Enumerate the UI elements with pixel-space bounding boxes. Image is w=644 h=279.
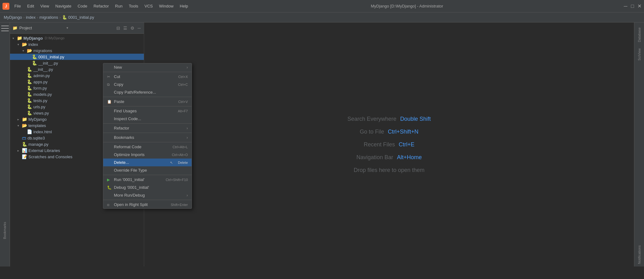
hint-search-everywhere: Search Everywhere Double Shift: [347, 116, 431, 122]
context-menu: New › ✂ Cut Ctrl+X ⧉ Copy Ctrl+C Copy Pa…: [103, 63, 192, 209]
ctx-sep6: [103, 142, 192, 142]
ctx-refactor-arrow: ›: [187, 126, 188, 130]
ctx-paste[interactable]: 📋 Paste Ctrl+V: [103, 98, 192, 105]
title-bar-left: J File Edit View Navigate Code Refactor …: [2, 2, 191, 10]
tree-item-migrations[interactable]: ▾ 📂 migrations: [10, 47, 144, 54]
hint-recent-files: Recent Files Ctrl+E: [364, 141, 415, 148]
ctx-run-icon: ▶: [107, 178, 112, 182]
menu-help[interactable]: Help: [177, 2, 191, 10]
ctx-more-run[interactable]: More Run/Debug ›: [103, 191, 192, 199]
ctx-reformat-label: Reformat Code: [114, 144, 170, 149]
ctx-new-label: New: [114, 65, 187, 70]
breadcrumb-mydj[interactable]: MyDjango: [4, 15, 22, 20]
ctx-bookmarks-label: Bookmarks: [114, 135, 187, 140]
ctx-run[interactable]: ▶ Run '0001_initial' Ctrl+Shift+F10: [103, 176, 192, 184]
ctx-sep3: [103, 106, 192, 106]
menu-code[interactable]: Code: [75, 2, 90, 10]
ctx-bookmarks[interactable]: Bookmarks ›: [103, 134, 192, 141]
tree-item-mydj[interactable]: ▾ 📁 MyDjango D:\MyDjango: [10, 35, 144, 41]
app-icon: J: [2, 3, 9, 10]
ctx-find-usages[interactable]: Find Usages Alt+F7: [103, 107, 192, 115]
menu-refactor[interactable]: Refactor: [91, 2, 111, 10]
breadcrumb-sep1: ›: [23, 15, 25, 20]
tree-item-index[interactable]: ▾ 📂 index: [10, 41, 144, 47]
ctx-cut-shortcut: Ctrl+X: [178, 75, 188, 79]
project-title: Project: [19, 26, 63, 30]
window-controls: ─ □ ✕: [623, 4, 642, 8]
menu-bar: File Edit View Navigate Code Refactor Ru…: [12, 2, 191, 10]
ctx-sep7: [103, 175, 192, 175]
expand-icon[interactable]: ☰: [123, 25, 128, 31]
ctx-reformat[interactable]: Reformat Code Ctrl+Alt+L: [103, 143, 192, 151]
ctx-optimize[interactable]: Optimize Imports Ctrl+Alt+O: [103, 151, 192, 159]
ctx-inspect-label: Inspect Code...: [114, 116, 188, 121]
breadcrumb-file[interactable]: 🐍 0001_initial.py: [62, 15, 94, 20]
ctx-inspect[interactable]: Inspect Code...: [103, 115, 192, 123]
ctx-copy-path[interactable]: Copy Path/Reference...: [103, 88, 192, 96]
ctx-optimize-label: Optimize Imports: [114, 152, 169, 157]
ctx-copy[interactable]: ⧉ Copy Ctrl+C: [103, 81, 192, 88]
project-header: 📁 Project ▾ ⊟ ☰ ⚙ ─: [10, 22, 144, 34]
ctx-new[interactable]: New ›: [103, 63, 192, 71]
menu-navigate[interactable]: Navigate: [53, 2, 74, 10]
breadcrumb-sep2: ›: [37, 15, 38, 20]
menu-tools[interactable]: Tools: [126, 2, 141, 10]
window-title: MyDjango [D:\MyDjango] - Administrator: [371, 4, 443, 8]
ctx-cut[interactable]: ✂ Cut Ctrl+X: [103, 73, 192, 81]
menu-window[interactable]: Window: [157, 2, 176, 10]
ctx-cut-label: Cut: [114, 74, 176, 79]
ctx-more-run-arrow: ›: [187, 193, 188, 198]
ctx-sep8: [103, 200, 192, 200]
sidebar-database[interactable]: Database: [637, 25, 642, 45]
ctx-override-label: Override File Type: [114, 168, 188, 173]
ctx-sep1: [103, 72, 192, 72]
ctx-refactor-label: Refactor: [114, 126, 187, 130]
menu-vcs[interactable]: VCS: [142, 2, 155, 10]
ctx-delete[interactable]: Delete... Delete ↖: [103, 159, 192, 166]
ctx-reformat-shortcut: Ctrl+Alt+L: [173, 145, 188, 149]
ctx-debug[interactable]: 🐛 Debug '0001_initial': [103, 184, 192, 191]
hint-goto-file: Go to File Ctrl+Shift+N: [360, 129, 418, 135]
ctx-copy-label: Copy: [114, 82, 176, 87]
ctx-sep2: [103, 97, 192, 97]
ctx-refactor[interactable]: Refactor ›: [103, 124, 192, 132]
hide-panel-icon[interactable]: ─: [137, 25, 141, 31]
tree-item-0001[interactable]: 🐍 0001_initial.py: [10, 54, 144, 60]
ctx-open-right[interactable]: ⧈ Open in Right Split Shift+Enter: [103, 201, 192, 208]
sidebar-sciview[interactable]: SciView: [637, 46, 642, 63]
hint-drop-files: Drop files here to open them: [354, 167, 424, 174]
collapse-all-icon[interactable]: ⊟: [116, 25, 121, 31]
right-sidebar: Database SciView Notifications: [634, 22, 644, 267]
hint-nav-bar: Navigation Bar Alt+Home: [356, 154, 422, 161]
ctx-run-label: Run '0001_initial': [114, 177, 163, 182]
ctx-copy-path-label: Copy Path/Reference...: [114, 90, 188, 95]
ctx-open-right-shortcut: Shift+Enter: [171, 203, 188, 207]
menu-file[interactable]: File: [12, 2, 23, 10]
ctx-sep4: [103, 123, 192, 124]
ctx-paste-label: Paste: [114, 99, 176, 104]
menu-run[interactable]: Run: [113, 2, 125, 10]
ctx-new-arrow: ›: [187, 65, 188, 70]
ctx-more-run-label: More Run/Debug: [114, 193, 187, 198]
ctx-open-right-label: Open in Right Split: [114, 202, 168, 207]
ctx-override[interactable]: Override File Type: [103, 166, 192, 174]
menu-view[interactable]: View: [38, 2, 51, 10]
editor-area: Search Everywhere Double Shift Go to Fil…: [144, 22, 634, 267]
breadcrumb-index[interactable]: index: [26, 15, 36, 20]
ctx-debug-icon: 🐛: [107, 185, 112, 190]
sidebar-notifications[interactable]: Notifications: [637, 243, 642, 267]
minimize-button[interactable]: ─: [623, 4, 628, 8]
ctx-sep5: [103, 133, 192, 133]
close-button[interactable]: ✕: [637, 4, 642, 8]
settings-icon[interactable]: ⚙: [130, 25, 135, 31]
breadcrumb-migrations[interactable]: migrations: [39, 15, 58, 20]
ctx-debug-label: Debug '0001_initial': [114, 185, 188, 190]
ctx-delete-label: Delete...: [114, 160, 175, 165]
maximize-button[interactable]: □: [630, 4, 635, 8]
ctx-paste-icon: 📋: [107, 100, 112, 104]
ctx-delete-shortcut: Delete: [178, 161, 188, 164]
ctx-copy-icon: ⧉: [107, 82, 112, 87]
ctx-open-right-icon: ⧈: [107, 203, 112, 207]
menu-edit[interactable]: Edit: [25, 2, 37, 10]
ctx-optimize-shortcut: Ctrl+Alt+O: [172, 153, 188, 157]
